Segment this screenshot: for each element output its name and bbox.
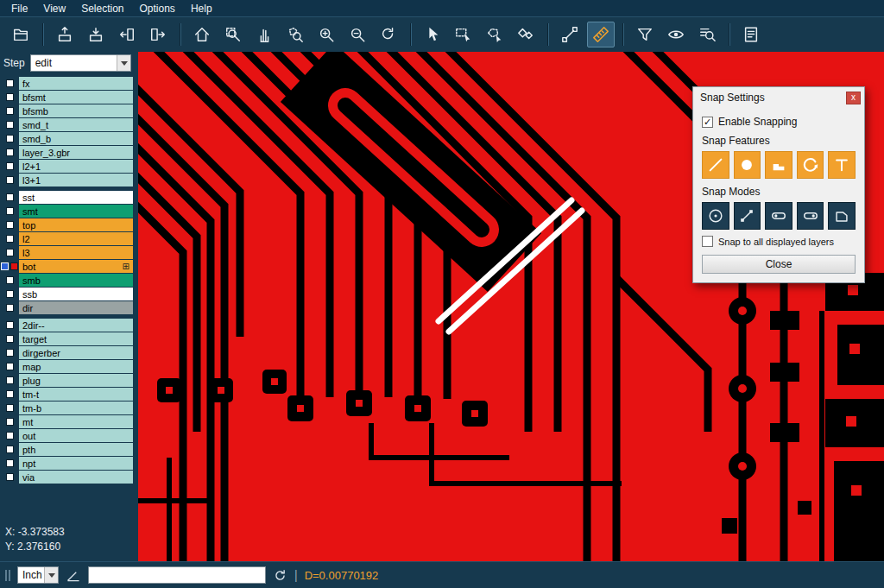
layer-visibility-checkbox[interactable]: [6, 135, 14, 142]
layer-row-target[interactable]: target: [0, 332, 138, 345]
snap-mode-outline-button[interactable]: [828, 202, 856, 230]
layer-visibility-checkbox[interactable]: [1, 262, 9, 270]
layer-row-sst[interactable]: sst: [0, 191, 138, 204]
menu-options[interactable]: Options: [132, 2, 183, 16]
layer-visibility-checkbox[interactable]: [6, 149, 14, 156]
layer-visibility-checkbox[interactable]: [6, 321, 14, 329]
snap-mode-center-button[interactable]: [702, 202, 729, 230]
layer-name[interactable]: bfsmb: [19, 104, 133, 117]
layer-row-npt[interactable]: npt: [0, 457, 138, 470]
layer-visibility-checkbox[interactable]: [6, 162, 14, 170]
layer-visibility-checkbox[interactable]: [6, 107, 14, 115]
layer-name[interactable]: plug: [19, 374, 133, 387]
compare-diamonds-button[interactable]: [512, 22, 540, 47]
layer-row-l3+1[interactable]: l3+1: [0, 174, 138, 187]
layer-row-plug[interactable]: plug: [0, 374, 138, 387]
layer-name[interactable]: layer_3.gbr: [19, 146, 133, 159]
layer-visibility-checkbox[interactable]: [6, 176, 14, 184]
layer-visibility-checkbox[interactable]: [6, 249, 14, 256]
layer-visibility-checkbox[interactable]: [6, 418, 14, 426]
refresh-icon[interactable]: [273, 568, 287, 583]
menu-help[interactable]: Help: [183, 2, 220, 16]
layer-name[interactable]: dirgerber: [19, 346, 133, 359]
open-folder-button[interactable]: [7, 22, 35, 47]
layer-row-fx[interactable]: fx: [0, 77, 138, 90]
import-left-button[interactable]: [113, 22, 141, 47]
step-select[interactable]: edit: [30, 54, 131, 72]
snap-mode-slot-left-button[interactable]: [765, 202, 792, 230]
layer-name[interactable]: l2: [19, 232, 133, 245]
layer-row-layer_3.gbr[interactable]: layer_3.gbr: [0, 146, 138, 159]
layer-row-tm-b[interactable]: tm-b: [0, 401, 138, 414]
layer-row-l2[interactable]: l2: [0, 232, 138, 245]
layer-visibility-checkbox[interactable]: [6, 473, 14, 481]
layer-row-bot[interactable]: bot⊞: [0, 260, 138, 273]
layer-visibility-checkbox[interactable]: [6, 235, 14, 243]
layer-visibility-checkbox[interactable]: [6, 290, 14, 298]
layer-row-smd_b[interactable]: smd_b: [0, 132, 138, 145]
select-rect-button[interactable]: [450, 22, 477, 47]
dialog-titlebar[interactable]: Snap Settings x: [693, 87, 864, 108]
layer-name[interactable]: pth: [19, 443, 133, 456]
layer-visibility-checkbox[interactable]: [6, 221, 14, 229]
layer-visibility-checkbox[interactable]: [6, 276, 14, 284]
zoom-polygon-button[interactable]: [281, 22, 309, 47]
layer-row-out[interactable]: out: [0, 429, 138, 442]
select-polygon-button[interactable]: [481, 22, 508, 47]
filter-button[interactable]: [631, 22, 659, 47]
layer-name[interactable]: l3+1: [19, 174, 133, 187]
layer-visibility-checkbox[interactable]: [6, 363, 14, 370]
pan-hand-button[interactable]: [250, 22, 278, 47]
layer-row-via[interactable]: via: [0, 471, 138, 484]
ruler-button[interactable]: [587, 22, 615, 47]
eye-button[interactable]: [662, 22, 690, 47]
layer-name[interactable]: bot⊞: [19, 260, 133, 273]
layer-row-bfsmb[interactable]: bfsmb: [0, 104, 138, 117]
close-button[interactable]: Close: [702, 255, 856, 274]
layer-name[interactable]: fx: [19, 77, 133, 90]
layer-visibility-checkbox[interactable]: [6, 446, 14, 453]
layer-visibility-checkbox[interactable]: [6, 390, 14, 398]
layer-row-tm-t[interactable]: tm-t: [0, 388, 138, 401]
layer-row-ssb[interactable]: ssb: [0, 288, 138, 300]
layer-name[interactable]: bfsmt: [19, 91, 133, 104]
layer-name[interactable]: dir: [19, 301, 133, 314]
layer-row-l2+1[interactable]: l2+1: [0, 160, 138, 173]
measure-line-button[interactable]: [556, 22, 584, 47]
snap-feature-line-button[interactable]: [702, 151, 729, 179]
layer-name[interactable]: smt: [19, 205, 133, 218]
layer-visibility-checkbox[interactable]: [6, 304, 14, 312]
layer-visibility-checkbox[interactable]: [6, 376, 14, 384]
layer-name[interactable]: l2+1: [19, 160, 133, 173]
layer-visibility-checkbox[interactable]: [6, 207, 14, 215]
snap-feature-pad-button[interactable]: [734, 151, 761, 179]
layer-name[interactable]: tm-t: [19, 388, 133, 401]
layer-row-top[interactable]: top: [0, 218, 138, 231]
layer-visibility-checkbox[interactable]: [6, 93, 14, 101]
layer-name[interactable]: l3: [19, 246, 133, 259]
layer-visibility-checkbox[interactable]: [6, 349, 14, 357]
menu-file[interactable]: File: [3, 2, 35, 16]
layer-name[interactable]: smd_t: [19, 118, 133, 131]
zoom-in-button[interactable]: [313, 22, 340, 47]
layer-visibility-checkbox[interactable]: [6, 404, 14, 412]
layer-row-bfsmt[interactable]: bfsmt: [0, 91, 138, 104]
find-button[interactable]: [693, 22, 721, 47]
layer-visibility-checkbox[interactable]: [6, 335, 14, 343]
layer-row-pth[interactable]: pth: [0, 443, 138, 456]
layer-name[interactable]: smd_b: [19, 132, 133, 145]
layer-name[interactable]: ssb: [19, 288, 133, 300]
layer-name[interactable]: tm-b: [19, 401, 133, 414]
layer-row-dirgerber[interactable]: dirgerber: [0, 346, 138, 359]
layer-row-smb[interactable]: smb: [0, 274, 138, 287]
active-layer-color-swatch[interactable]: [10, 262, 18, 270]
report-button[interactable]: [737, 22, 765, 47]
layer-row-mt[interactable]: mt: [0, 415, 138, 428]
layer-name[interactable]: sst: [19, 191, 133, 204]
enable-snapping-checkbox[interactable]: ✓: [702, 117, 713, 128]
layer-name[interactable]: smb: [19, 274, 133, 287]
layer-row-map[interactable]: map: [0, 360, 138, 373]
layer-visibility-checkbox[interactable]: [6, 432, 14, 439]
layer-row-2dir--[interactable]: 2dir--: [0, 319, 138, 332]
layer-name[interactable]: 2dir--: [19, 319, 133, 332]
